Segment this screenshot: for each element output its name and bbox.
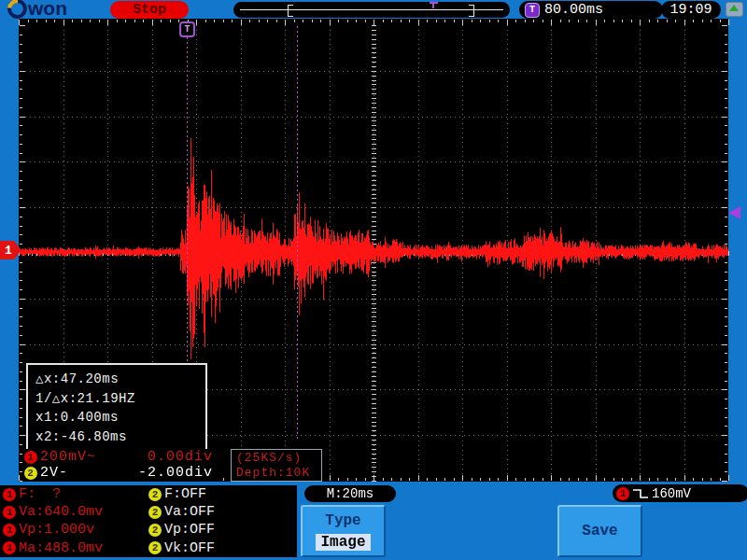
ch1-measure-ma: 1 Ma:488.0mv <box>0 540 146 556</box>
channel2-settings-row: 2 2V- -2.00div <box>22 465 218 481</box>
sample-rate-box: (25KS/s) Depth:10K <box>231 449 322 482</box>
ch1-measure-va: 1 Va:640.0mv <box>0 504 146 520</box>
measurement-panel: 1 F: ? 2 F:OFF 1 Va:640.0mv 2 Va:OFF 1 V… <box>0 485 297 557</box>
save-button[interactable]: Save <box>557 505 642 557</box>
trigger-level-arrow-icon[interactable] <box>728 206 740 219</box>
channel1-badge: 1 <box>3 506 16 519</box>
ch1-measure-vp: 1 Vp:1.000v <box>0 522 146 538</box>
channel2-badge: 2 <box>148 524 162 537</box>
cursor-inverse-delta-x: 1/△x:21.19HZ <box>35 389 205 409</box>
channel1-marker-label: 1 <box>5 244 12 258</box>
channel2-position-value: -2.00div <box>138 465 218 481</box>
channel1-badge: 1 <box>3 524 16 537</box>
trigger-position-marker-label: T <box>184 24 190 35</box>
channel1-badge: 1 <box>3 541 16 554</box>
timebase-readout: M:20ms <box>304 485 396 502</box>
channel2-badge: 2 <box>148 488 162 501</box>
timebase-value: M:20ms <box>327 486 374 501</box>
channel2-badge: 2 <box>148 541 162 554</box>
channel1-badge: 1 <box>3 488 16 501</box>
channel-settings-box: 1 200mV~ 0.00div 2 2V- -2.00div <box>22 449 218 482</box>
record-depth-value: Depth:10K <box>236 466 321 481</box>
channel1-position-value: 0.00div <box>148 449 218 465</box>
trigger-level-readout: 1 160mV <box>613 484 747 502</box>
channel1-settings-row: 1 200mV~ 0.00div <box>22 449 218 465</box>
channel2-badge: 2 <box>24 467 37 480</box>
ch1-measure-frequency: 1 F: ? <box>0 486 146 502</box>
trigger-level-value: 160mV <box>652 486 691 501</box>
ch2-measure-frequency: 2 F:OFF <box>146 486 297 502</box>
sample-rate-value: (25KS/s) <box>236 451 321 466</box>
channel2-volts-div: 2V- <box>40 465 68 481</box>
channel2-badge: 2 <box>148 506 162 519</box>
trigger-position-marker[interactable]: T <box>179 21 195 37</box>
falling-edge-icon <box>632 487 649 500</box>
type-menu-selected-value: Image <box>316 534 370 551</box>
cursor-x2: x2:-46.80ms <box>35 427 205 447</box>
save-button-label: Save <box>582 523 617 539</box>
cursor-delta-x: △x:47.20ms <box>35 370 205 389</box>
trigger-source-badge: 1 <box>616 487 629 500</box>
ch2-measure-vp: 2 Vp:OFF <box>146 522 297 538</box>
oscilloscope-screen: won Stop T 80.00ms 19:09 1 T △x:47.20ms … <box>0 0 747 560</box>
channel1-badge: 1 <box>24 451 37 464</box>
cursor-measurement-box: △x:47.20ms 1/△x:21.19HZ x1:0.400ms x2:-4… <box>26 363 207 451</box>
ch2-measure-vk: 2 Vk:OFF <box>146 540 297 556</box>
cursor-x1: x1:0.400ms <box>35 408 205 427</box>
ch2-measure-va: 2 Va:OFF <box>146 504 297 520</box>
type-menu-button[interactable]: Type Image <box>301 505 386 557</box>
type-menu-label: Type <box>325 512 360 529</box>
channel1-volts-div: 200mV~ <box>40 449 96 465</box>
